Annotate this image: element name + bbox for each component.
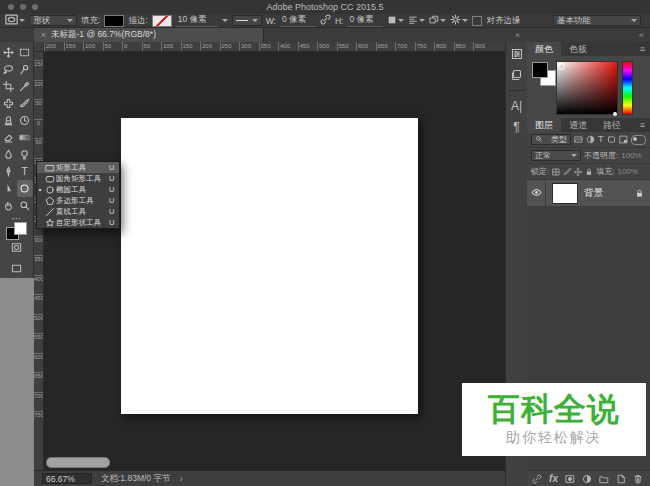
kind-type-filter-icon[interactable]: T xyxy=(598,135,604,144)
history-brush-tool[interactable] xyxy=(17,112,33,129)
saturation-brightness-field[interactable] xyxy=(556,61,618,115)
layer-row-background[interactable]: 背景 xyxy=(527,180,650,206)
stroke-width-field[interactable]: 10 像素 xyxy=(176,15,218,27)
adjustment-button[interactable] xyxy=(582,474,592,484)
marquee-tool[interactable] xyxy=(17,44,33,61)
align-edges-checkbox[interactable] xyxy=(472,16,482,26)
blend-mode-select[interactable]: 正常 xyxy=(531,150,581,161)
zoom-level-field[interactable]: 66.67% xyxy=(42,473,92,484)
zoom-tool[interactable] xyxy=(17,197,33,214)
flyout-item-line[interactable]: 直线工具U xyxy=(37,206,119,217)
character-panel-button[interactable]: A| xyxy=(511,100,522,112)
opacity-value[interactable]: 100% xyxy=(621,151,641,160)
canvas[interactable] xyxy=(121,118,418,414)
path-select-tool[interactable] xyxy=(1,180,17,197)
close-window-button[interactable] xyxy=(8,4,14,10)
trash-button[interactable] xyxy=(633,474,643,484)
tab-swatches[interactable]: 色板 xyxy=(561,42,595,56)
fx-button[interactable]: fx xyxy=(549,474,558,484)
flyout-item-custom-shape[interactable]: 自定形状工具U xyxy=(37,217,119,228)
hand-tool[interactable] xyxy=(1,197,17,214)
brush-tool[interactable] xyxy=(17,95,33,112)
color-cursor[interactable] xyxy=(558,63,565,70)
gradient-tool[interactable] xyxy=(17,129,33,146)
path-alignment-button[interactable] xyxy=(408,15,425,27)
eraser-tool[interactable] xyxy=(1,129,17,146)
lock-paint-icon[interactable] xyxy=(563,168,571,176)
ruler-corner[interactable] xyxy=(34,42,44,52)
kind-shape-filter-icon[interactable] xyxy=(607,135,616,144)
layer-visibility-toggle[interactable] xyxy=(527,180,546,206)
shape-height-field[interactable]: 0 像素 xyxy=(347,15,383,27)
eyedropper-tool[interactable] xyxy=(17,78,33,95)
layer-filtering-toggle[interactable] xyxy=(631,135,646,145)
screen-mode-button[interactable] xyxy=(11,260,22,278)
group-button[interactable] xyxy=(599,474,609,484)
lock-all-icon[interactable] xyxy=(585,168,593,176)
kind-smart-filter-icon[interactable] xyxy=(619,135,628,144)
flyout-item-rect[interactable]: 矩形工具U xyxy=(37,162,119,173)
lock-position-icon[interactable] xyxy=(574,168,582,176)
flyout-item-polygon[interactable]: 多边形工具U xyxy=(37,195,119,206)
adjustments-panel-button[interactable] xyxy=(511,48,523,60)
tab-layers[interactable]: 图层 xyxy=(527,118,561,132)
ellipse-tool[interactable] xyxy=(17,180,33,197)
tool-mode-select[interactable]: 形状 xyxy=(29,15,77,26)
tab-color[interactable]: 颜色 xyxy=(527,42,561,56)
shape-width-field[interactable]: 0 像素 xyxy=(280,15,316,27)
zoom-window-button[interactable] xyxy=(32,4,38,10)
layers-panel-menu-icon[interactable]: ≡ xyxy=(635,118,650,132)
layer-filter-kind-select[interactable]: 类型 xyxy=(531,134,571,145)
mask-button[interactable] xyxy=(565,474,575,484)
stroke-style-select[interactable] xyxy=(232,15,262,26)
lasso-tool[interactable] xyxy=(1,61,17,78)
document-tab[interactable]: × 未标题-1 @ 66.7%(RGB/8*) xyxy=(34,28,264,42)
vertical-ruler[interactable]: 1501005005010015020025030035040045050055… xyxy=(34,52,44,470)
crop-tool[interactable] xyxy=(1,78,17,95)
spot-heal-tool[interactable] xyxy=(1,95,17,112)
pen-tool[interactable] xyxy=(1,163,17,180)
layer-thumbnail[interactable] xyxy=(552,183,578,204)
tab-paths[interactable]: 路径 xyxy=(595,118,629,132)
chain-link-icon xyxy=(320,14,331,27)
stroke-swatch[interactable] xyxy=(152,15,172,27)
flyout-item-ellipse[interactable]: •椭圆工具U xyxy=(37,184,119,195)
path-operations-button[interactable] xyxy=(387,15,404,27)
clone-stamp-tool[interactable] xyxy=(1,112,17,129)
flyout-item-rounded-rect[interactable]: 圆角矩形工具U xyxy=(37,173,119,184)
move-tool[interactable] xyxy=(1,44,17,61)
paragraph-panel-button[interactable]: ¶ xyxy=(513,121,519,133)
collapse-panels-button[interactable]: « xyxy=(639,30,644,40)
path-arrangement-button[interactable] xyxy=(429,15,446,27)
hue-slider[interactable] xyxy=(622,61,633,115)
fill-swatch[interactable] xyxy=(104,15,124,27)
close-tab-icon[interactable]: × xyxy=(41,30,46,40)
kind-pixel-filter-icon[interactable] xyxy=(574,135,583,144)
horizontal-scrollbar-thumb[interactable] xyxy=(46,457,110,468)
fill-value[interactable]: 100% xyxy=(617,167,637,176)
collapse-dock-button[interactable]: « xyxy=(515,30,520,40)
caret-down-icon[interactable] xyxy=(222,19,228,22)
quick-mask-button[interactable] xyxy=(11,239,22,257)
minimize-window-button[interactable] xyxy=(20,4,26,10)
ruler-label: 900 xyxy=(473,42,493,51)
foreground-color-swatch[interactable] xyxy=(532,62,548,78)
link-dimensions-button[interactable] xyxy=(320,14,331,27)
libraries-panel-button[interactable] xyxy=(511,69,523,81)
horizontal-ruler[interactable]: 2001501005005010015020025030035040045050… xyxy=(34,42,505,52)
status-options-chevron[interactable]: › xyxy=(179,473,182,484)
tab-channels[interactable]: 通道 xyxy=(561,118,595,132)
type-tool[interactable]: T xyxy=(17,163,33,180)
blur-tool[interactable] xyxy=(1,146,17,163)
link-button[interactable] xyxy=(532,474,542,484)
tool-preset-picker[interactable] xyxy=(5,13,25,28)
workspace-select[interactable]: 基本功能 xyxy=(553,15,641,26)
quick-select-tool[interactable] xyxy=(17,61,33,78)
new-layer-button[interactable] xyxy=(616,474,626,484)
geometry-options-button[interactable] xyxy=(450,14,468,27)
kind-adjust-filter-icon[interactable] xyxy=(586,135,595,144)
dodge-tool[interactable] xyxy=(17,146,33,163)
lock-transparent-icon[interactable] xyxy=(552,168,560,176)
color-panel-menu-icon[interactable]: ≡ xyxy=(635,42,650,56)
background-color-swatch[interactable] xyxy=(14,222,27,235)
